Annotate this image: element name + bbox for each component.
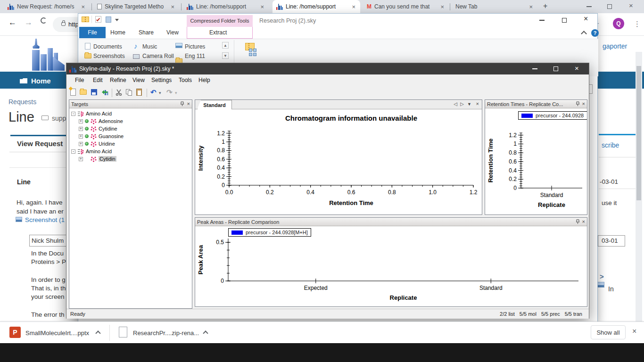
tree-node-molecule-selected[interactable]: + Cytidin bbox=[71, 155, 192, 163]
ribbon-collapse-icon[interactable] bbox=[581, 31, 587, 37]
explorer-tab-view[interactable]: View bbox=[166, 29, 179, 36]
page-fragment-chevron[interactable]: > bbox=[600, 272, 604, 280]
undo-icon[interactable]: ↶ bbox=[150, 88, 157, 97]
redo-dropdown-icon[interactable]: ▾ bbox=[175, 90, 177, 95]
tree-expander[interactable]: + bbox=[79, 119, 83, 123]
copy-icon[interactable] bbox=[126, 89, 130, 94]
browser-tab[interactable]: Skyline Targeted Metho × bbox=[93, 0, 179, 13]
forward-icon[interactable]: → bbox=[25, 18, 33, 27]
tree-expander[interactable]: + bbox=[79, 142, 83, 146]
pin-icon[interactable] bbox=[576, 101, 580, 107]
download-expand-icon[interactable] bbox=[95, 330, 100, 336]
tree-node-molecule[interactable]: + Adenosine bbox=[71, 117, 192, 125]
menu-refine[interactable]: Refine bbox=[110, 77, 126, 83]
browser-tab-active[interactable]: Line: /home/support × bbox=[272, 0, 360, 13]
download-expand-icon[interactable] bbox=[203, 330, 208, 336]
menu-file[interactable]: File bbox=[75, 77, 84, 83]
download-item[interactable]: ResearchPr....zip-rena... bbox=[133, 329, 199, 337]
skyline-close-button[interactable]: × bbox=[575, 64, 579, 72]
browser-tab[interactable]: M Can you send me that × bbox=[363, 0, 449, 13]
scroll-up-icon[interactable]: ▲ bbox=[222, 42, 229, 49]
close-icon[interactable]: × bbox=[582, 101, 585, 107]
help-icon[interactable]: ? bbox=[591, 29, 599, 37]
menu-edit[interactable]: Edit bbox=[93, 77, 103, 83]
tree-expander[interactable]: + bbox=[79, 157, 83, 161]
tree-node-molecule-list[interactable]: - Amino Acid bbox=[71, 110, 192, 117]
profile-avatar[interactable]: Q bbox=[613, 18, 624, 29]
show-all-button[interactable]: Show all bbox=[591, 325, 626, 339]
browser-tab[interactable]: New Tab × bbox=[452, 0, 537, 13]
tab-close-icon[interactable]: × bbox=[259, 3, 265, 10]
ribbon-item[interactable]: Documents bbox=[93, 43, 122, 50]
tree-node-molecule-list[interactable]: - Amino Acid bbox=[71, 148, 192, 155]
tree-expander[interactable]: - bbox=[71, 149, 75, 154]
tree-node-molecule[interactable]: + Cytidine bbox=[71, 125, 192, 132]
menu-view[interactable]: View bbox=[132, 77, 145, 83]
tree-expander[interactable]: + bbox=[79, 127, 83, 131]
import-results-icon[interactable] bbox=[101, 89, 109, 96]
pane-menu-icon[interactable]: ▼ bbox=[467, 102, 471, 107]
peak-areas-header[interactable]: Peak Areas - Replicate Comparison × bbox=[195, 218, 587, 226]
back-icon[interactable]: ← bbox=[8, 18, 17, 27]
properties-check-icon[interactable] bbox=[95, 16, 101, 23]
ribbon-item[interactable]: Eng 111 bbox=[185, 53, 205, 59]
explorer-tab-file[interactable]: File bbox=[79, 27, 106, 38]
explorer-tab-extract[interactable]: Extract bbox=[209, 29, 227, 36]
close-icon[interactable]: × bbox=[582, 219, 585, 224]
paste-icon[interactable] bbox=[136, 89, 142, 96]
qat-icon[interactable] bbox=[106, 16, 111, 23]
browser-minimize-button[interactable] bbox=[586, 6, 592, 7]
prev-chromatogram-icon[interactable]: ◁ bbox=[454, 101, 457, 107]
download-item[interactable]: SmallMoleculeIrt....pptx bbox=[25, 329, 89, 337]
ribbon-item[interactable]: Pictures bbox=[185, 43, 205, 50]
ribbon-item[interactable]: Music bbox=[142, 43, 157, 50]
ribbon-item[interactable]: Screenshots bbox=[93, 53, 125, 59]
tab-close-icon[interactable]: × bbox=[80, 3, 86, 10]
reload-icon[interactable] bbox=[41, 17, 47, 24]
close-icon[interactable]: × bbox=[476, 101, 479, 107]
tab-close-icon[interactable]: × bbox=[528, 3, 534, 10]
menu-tools[interactable]: Tools bbox=[179, 77, 192, 83]
explorer-minimize-button[interactable] bbox=[539, 20, 545, 21]
explorer-maximize-button[interactable] bbox=[562, 18, 567, 23]
tree-node-molecule[interactable]: + Uridine bbox=[71, 140, 192, 148]
page-scrollbar-thumb[interactable] bbox=[636, 66, 641, 200]
tree-node-molecule[interactable]: + Guanosine bbox=[71, 132, 192, 140]
cut-icon[interactable] bbox=[116, 89, 122, 96]
browser-maximize-button[interactable] bbox=[607, 4, 612, 9]
save-icon[interactable] bbox=[91, 89, 97, 95]
pin-icon[interactable] bbox=[180, 101, 184, 107]
open-icon[interactable] bbox=[80, 90, 87, 95]
retention-times-header[interactable]: Retention Times - Replicate Co... × bbox=[485, 100, 587, 108]
tab-view-request[interactable]: View Request bbox=[17, 140, 63, 148]
redo-icon[interactable]: ↷ bbox=[166, 88, 173, 97]
page-fragment-link[interactable]: gaporter bbox=[603, 42, 627, 50]
skyline-minimize-button[interactable] bbox=[532, 68, 537, 69]
browser-tab[interactable]: New Request: /home/s × bbox=[4, 0, 90, 13]
tab-close-icon[interactable]: × bbox=[170, 3, 175, 10]
tree-expander[interactable]: + bbox=[79, 134, 83, 139]
scroll-down-icon[interactable]: ▼ bbox=[222, 52, 229, 59]
skyline-title-bar[interactable]: Skyline-daily - Research Proj (2).sky * bbox=[66, 63, 589, 74]
browser-tab[interactable]: Line: /home/support × bbox=[183, 0, 269, 13]
undo-dropdown-icon[interactable]: ▾ bbox=[159, 90, 161, 95]
menu-settings[interactable]: Settings bbox=[151, 77, 172, 83]
ribbon-item[interactable]: Camera Roll bbox=[142, 53, 174, 59]
menu-help[interactable]: Help bbox=[198, 77, 210, 83]
explorer-tab-home[interactable]: Home bbox=[110, 29, 125, 36]
tree-expander[interactable]: - bbox=[71, 112, 75, 116]
explorer-tab-share[interactable]: Share bbox=[139, 29, 154, 36]
browser-menu-icon[interactable]: ⋮ bbox=[634, 20, 641, 28]
breadcrumb[interactable]: Requests bbox=[8, 98, 36, 106]
browser-close-button[interactable]: × bbox=[629, 1, 633, 9]
qat-dropdown-icon[interactable] bbox=[115, 19, 119, 21]
tab-close-icon[interactable]: × bbox=[439, 3, 445, 10]
contextual-tab-label[interactable]: Compressed Folder Tools bbox=[187, 15, 253, 27]
targets-header[interactable]: Targets × bbox=[69, 100, 192, 108]
nav-home[interactable]: Home bbox=[20, 77, 51, 85]
tab-close-icon[interactable]: × bbox=[351, 3, 356, 10]
skyline-maximize-button[interactable] bbox=[553, 66, 558, 71]
pin-icon[interactable] bbox=[576, 219, 580, 224]
downloads-close-icon[interactable]: × bbox=[632, 327, 636, 336]
screenshot-link[interactable]: Screenshot (1 bbox=[25, 216, 65, 223]
